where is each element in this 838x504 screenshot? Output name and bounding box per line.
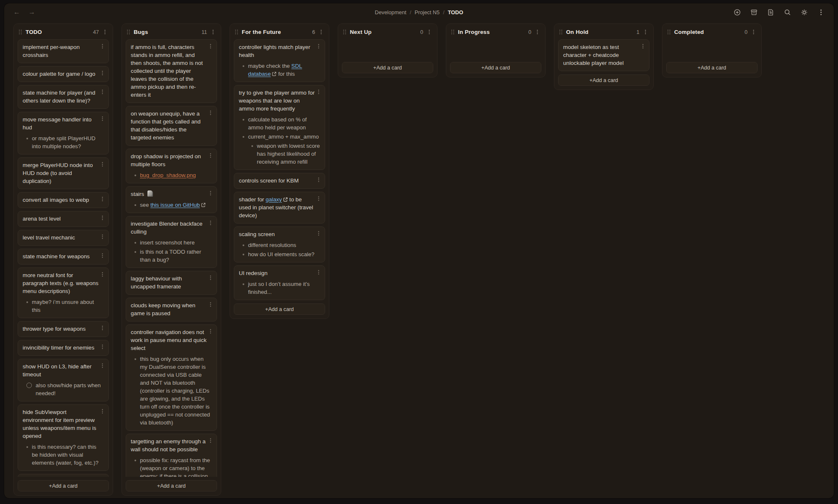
card-menu-icon[interactable]: [100, 215, 105, 221]
drag-handle-icon[interactable]: [559, 29, 563, 35]
card[interactable]: stairs see this issue on GitHub: [126, 186, 217, 213]
card[interactable]: colour palette for game / logo: [18, 66, 109, 82]
card[interactable]: arena test level: [18, 211, 109, 227]
drag-handle-icon[interactable]: [235, 29, 238, 35]
link-bug-drop-shadow-png[interactable]: bug_drop_shadow.png: [140, 172, 196, 178]
card[interactable]: state machine for player (and others lat…: [18, 85, 109, 109]
card[interactable]: show HUD on L3, hide after timeoutalso s…: [18, 359, 109, 401]
card-menu-icon[interactable]: [100, 116, 105, 121]
drag-handle-icon[interactable]: [451, 29, 455, 35]
column-menu-icon[interactable]: [751, 29, 756, 35]
card-menu-icon[interactable]: [100, 363, 105, 368]
add-card-button[interactable]: +Add a card: [666, 62, 758, 73]
card[interactable]: state machine for weapons: [18, 249, 109, 265]
card-menu-icon[interactable]: [316, 270, 321, 275]
document-icon[interactable]: [767, 8, 774, 16]
card-menu-icon[interactable]: [100, 162, 105, 167]
card-menu-icon[interactable]: [100, 272, 105, 277]
drag-handle-icon[interactable]: [343, 29, 347, 35]
card-menu-icon[interactable]: [208, 302, 213, 307]
add-card-button[interactable]: +Add a card: [234, 303, 325, 315]
search-icon[interactable]: [784, 8, 791, 16]
card[interactable]: controls screen for KBM: [234, 173, 325, 189]
card-title: state machine for weapons: [23, 252, 104, 260]
card[interactable]: clouds keep moving when game is paused: [126, 298, 217, 321]
drag-handle-icon[interactable]: [127, 29, 130, 35]
card-menu-icon[interactable]: [208, 220, 213, 226]
add-card-button[interactable]: +Add a card: [18, 480, 109, 491]
card[interactable]: convert all images to webp: [18, 192, 109, 208]
card-menu-icon[interactable]: [100, 344, 105, 350]
column-menu-icon[interactable]: [318, 29, 324, 35]
card[interactable]: implement per-weapon crosshairs: [18, 39, 109, 63]
card[interactable]: move message handler into hudor maybe sp…: [18, 112, 109, 154]
card[interactable]: try to give the player ammo for weapons …: [234, 85, 325, 170]
drag-handle-icon[interactable]: [667, 29, 671, 35]
card-menu-icon[interactable]: [100, 409, 105, 414]
card-menu-icon[interactable]: [316, 44, 321, 49]
back-icon[interactable]: ←: [13, 8, 20, 16]
card-menu-icon[interactable]: [208, 190, 213, 196]
card-menu-icon[interactable]: [640, 44, 646, 49]
card[interactable]: investigate Blender backface cullinginse…: [126, 216, 217, 268]
text-segment: merge PlayerHUD node into HUD node (to a…: [23, 162, 93, 184]
card[interactable]: drop shadow is projected on multiple flo…: [126, 149, 217, 183]
archive-icon[interactable]: [750, 8, 758, 16]
column-menu-icon[interactable]: [643, 29, 648, 35]
checkbox-circle[interactable]: [26, 383, 32, 388]
card[interactable]: on weapon unequip, have a function that …: [126, 106, 217, 146]
card[interactable]: shader for galaxy to be used in planet s…: [234, 192, 325, 224]
add-card-button[interactable]: +Add a card: [126, 480, 217, 491]
add-card-button[interactable]: +Add a card: [450, 62, 541, 73]
card-menu-icon[interactable]: [208, 329, 213, 334]
card[interactable]: if ammo is full, characters stands in am…: [126, 39, 217, 103]
column-menu-icon[interactable]: [102, 29, 108, 35]
card-menu-icon[interactable]: [208, 153, 213, 158]
drag-handle-icon[interactable]: [18, 29, 22, 35]
link-galaxy[interactable]: galaxy: [266, 196, 282, 203]
add-icon[interactable]: [733, 8, 741, 16]
more-icon[interactable]: [817, 8, 825, 16]
card-menu-icon[interactable]: [316, 89, 321, 95]
card[interactable]: targetting an enemy through a wall shoul…: [126, 434, 217, 477]
card[interactable]: merge PlayerHUD node into HUD node (to a…: [18, 157, 109, 189]
add-card-button[interactable]: +Add a card: [558, 75, 649, 86]
link-this-issue-on-github[interactable]: this issue on GitHub: [150, 202, 200, 208]
card[interactable]: level travel mechanic: [18, 230, 109, 246]
card[interactable]: laggy behaviour with uncapped framerate: [126, 271, 217, 295]
card[interactable]: controller navigation does not work in p…: [126, 324, 217, 431]
card[interactable]: invincibility timer for enemies: [18, 340, 109, 356]
card-menu-icon[interactable]: [100, 325, 105, 331]
add-card-button[interactable]: +Add a card: [342, 62, 433, 73]
card[interactable]: UI redesignjust so I don’t assume it’s f…: [234, 265, 325, 300]
column-menu-icon[interactable]: [210, 29, 216, 35]
column-menu-icon[interactable]: [427, 29, 432, 35]
nav-arrows: ← →: [13, 8, 35, 16]
card-menu-icon[interactable]: [100, 253, 105, 258]
card-menu-icon[interactable]: [100, 44, 105, 49]
breadcrumb-item-project-n5[interactable]: Project N5: [414, 9, 440, 15]
breadcrumb-item-development[interactable]: Development: [375, 9, 406, 15]
card-menu-icon[interactable]: [100, 196, 105, 202]
card-menu-icon[interactable]: [100, 89, 105, 95]
card[interactable]: more neutral font for paragraph texts (e…: [18, 267, 109, 318]
card-menu-icon[interactable]: [100, 234, 105, 239]
card[interactable]: thrower type for weapons: [18, 321, 109, 337]
card-menu-icon[interactable]: [316, 231, 321, 236]
card-menu-icon[interactable]: [316, 196, 321, 201]
card-menu-icon[interactable]: [208, 275, 213, 280]
column-menu-icon[interactable]: [535, 29, 540, 35]
bullet-icon: [243, 119, 244, 121]
card-menu-icon[interactable]: [208, 438, 213, 443]
card[interactable]: model skeleton as test character + cheat…: [558, 39, 649, 71]
card-menu-icon[interactable]: [316, 177, 321, 183]
card[interactable]: learn about styling projectileslook at I…: [18, 474, 109, 477]
card-menu-icon[interactable]: [208, 44, 213, 49]
card[interactable]: hide SubViewport environment for item pr…: [18, 404, 109, 471]
card[interactable]: controller lights match player healthmay…: [234, 39, 325, 82]
settings-icon[interactable]: [800, 8, 808, 16]
card[interactable]: scaling screendifferent resolutionshow d…: [234, 226, 325, 262]
card-menu-icon[interactable]: [100, 70, 105, 76]
card-menu-icon[interactable]: [208, 110, 213, 116]
forward-icon[interactable]: →: [28, 8, 35, 16]
